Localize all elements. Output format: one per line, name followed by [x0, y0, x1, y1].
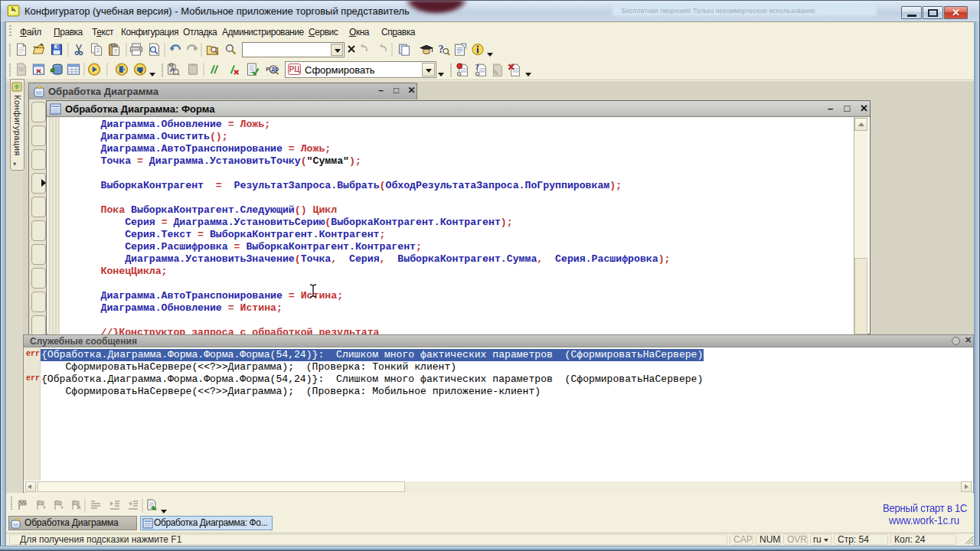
svg-text:?: ?: [439, 43, 444, 55]
svg-text:ДО: ДО: [271, 67, 279, 73]
svg-text:?: ?: [475, 62, 479, 71]
